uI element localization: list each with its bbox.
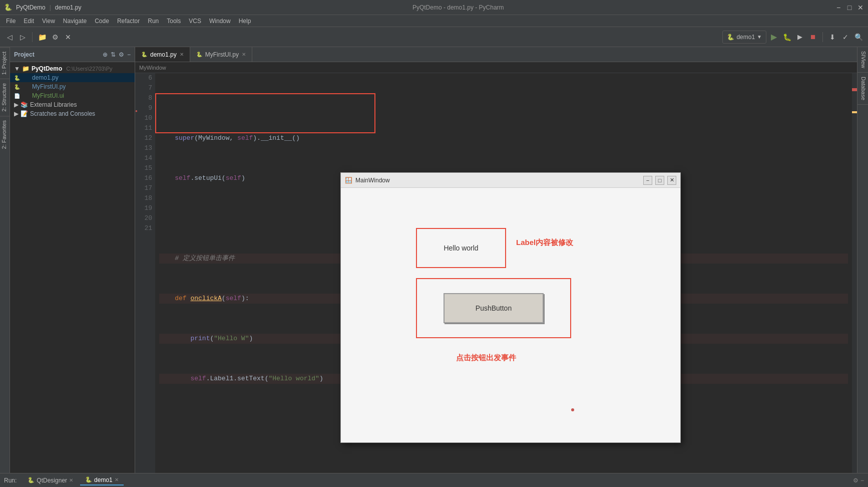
main-container: 1: Project 2: Structure 2: Favorites Pro…: [0, 47, 868, 473]
menu-run[interactable]: Run: [144, 17, 163, 26]
tab-demo1-close[interactable]: ✕: [180, 52, 184, 57]
py-file-icon: 🐍: [14, 75, 20, 81]
editor-scrollbar[interactable]: [852, 73, 857, 473]
tree-external-libs[interactable]: ▶ 📚 External Libraries: [10, 100, 135, 109]
toolbar-sep2: [822, 32, 823, 42]
debug-button[interactable]: 🐛: [781, 32, 792, 43]
left-vertical-tabs: 1: Project 2: Structure 2: Favorites: [0, 47, 10, 473]
menu-edit[interactable]: Edit: [20, 17, 38, 26]
menu-view[interactable]: View: [38, 17, 59, 26]
warning-marker: [852, 111, 857, 113]
menu-window[interactable]: Window: [205, 17, 235, 26]
tab-demo1-label: demo1.py: [150, 51, 177, 58]
label-annotation: Label内容被修改: [516, 238, 573, 248]
search-everywhere-icon[interactable]: 🔍: [853, 32, 864, 43]
title-center: PyQtDemo - demo1.py - PyCharm: [82, 4, 835, 11]
editor-breadcrumb: MyWindow: [135, 62, 857, 73]
tree-myfirstui-ui[interactable]: 📄 MyFirstUI.ui: [10, 91, 135, 100]
menu-navigate[interactable]: Navigate: [59, 17, 91, 26]
push-button[interactable]: PushButton: [444, 293, 544, 323]
tab-myfirstui-label: MyFirstUI.py: [205, 51, 239, 58]
run-settings-icon[interactable]: ⚙: [853, 477, 858, 484]
hide-icon[interactable]: −: [127, 51, 131, 58]
bottom-area: Run: 🐍 QtDesigner ✕ 🐍 demo1 ✕ ⚙ − ▶ ■ ↺ …: [0, 473, 868, 487]
ext-libs-icon: 📚: [21, 101, 28, 108]
menu-refactor[interactable]: Refactor: [113, 17, 144, 26]
favorites-tab[interactable]: 2: Favorites: [0, 116, 10, 153]
minimize-button[interactable]: −: [835, 4, 842, 11]
run-config-label: demo1: [736, 34, 755, 41]
toolbar: ◁ ▷ 📁 ⚙ ✕ 🐍 demo1 ▼ ▶ 🐛 ▶ ⏹ ⬇ ✓ 🔍: [0, 27, 868, 47]
tab-py-icon: 🐍: [141, 52, 147, 57]
tab-myfirstui-py[interactable]: 🐍 MyFirstUI.py ✕: [190, 47, 252, 62]
tree-ext-libs-label: External Libraries: [30, 101, 77, 108]
run-config-dropdown-icon[interactable]: ▼: [757, 34, 762, 40]
title-bar: 🐍 PyQtDemo | demo1.py PyQtDemo - demo1.p…: [0, 0, 868, 15]
right-tab-database[interactable]: Database: [857, 73, 868, 105]
vcs-update-icon[interactable]: ⬇: [827, 32, 838, 43]
float-titlebar: 🪟 MainWindow − □ ✕: [341, 173, 680, 188]
toolbar-sep1: [32, 32, 33, 42]
run-tab-demo1[interactable]: 🐍 demo1 ✕: [80, 475, 124, 485]
scratches-icon: 📝: [21, 110, 28, 117]
run-label: Run:: [4, 477, 17, 484]
hello-world-text: Hello world: [444, 244, 478, 252]
toolbar-close-icon[interactable]: ✕: [63, 32, 74, 43]
red-dot: [571, 408, 574, 411]
float-window-icon: 🪟: [345, 177, 352, 184]
project-tab[interactable]: 1: Project: [0, 47, 10, 79]
push-button-label: PushButton: [476, 304, 512, 312]
demo1-tab-icon: 🐍: [85, 476, 92, 483]
hello-world-label: Hello world: [416, 228, 506, 268]
tree-myfirstui-ui-label: MyFirstUI.ui: [32, 92, 64, 99]
menu-file[interactable]: File: [2, 17, 20, 26]
toolbar-back-icon[interactable]: ◁: [4, 32, 15, 43]
tree-demo1-py[interactable]: 🐍 demo1.py: [10, 73, 135, 82]
menu-tools[interactable]: Tools: [163, 17, 185, 26]
tree-scratches[interactable]: ▶ 📝 Scratches and Consoles: [10, 109, 135, 118]
menu-vcs[interactable]: VCS: [185, 17, 205, 26]
float-maximize-button[interactable]: □: [655, 176, 664, 185]
sidebar: Project ⊕ ⇅ ⚙ − ▼ 📁 PyQtDemo C:\Users\22…: [10, 47, 135, 473]
float-minimize-button[interactable]: −: [643, 176, 652, 185]
tree-myfirstui-py-label: MyFirstUI.py: [32, 83, 66, 90]
vcs-commit-icon[interactable]: ✓: [840, 32, 851, 43]
qtdesigner-label: QtDesigner: [37, 477, 67, 484]
qtdesigner-close[interactable]: ✕: [69, 477, 73, 483]
file-name: demo1.py: [55, 4, 82, 11]
run-tabs: Run: 🐍 QtDesigner ✕ 🐍 demo1 ✕ ⚙ −: [0, 473, 868, 487]
float-close-button[interactable]: ✕: [667, 176, 676, 185]
app-name: PyQtDemo: [16, 4, 46, 11]
menu-code[interactable]: Code: [91, 17, 113, 26]
code-line-14: [159, 454, 848, 464]
run-button[interactable]: ▶: [768, 32, 779, 43]
editor-tabs: 🐍 demo1.py ✕ 🐍 MyFirstUI.py ✕: [135, 47, 857, 62]
close-button[interactable]: ✕: [857, 4, 864, 11]
qtdesigner-icon: 🐍: [28, 477, 35, 483]
tree-root[interactable]: ▼ 📁 PyQtDemo C:\Users\22703\Py: [10, 64, 135, 73]
run-config-icon: 🐍: [727, 34, 734, 41]
stop-button[interactable]: ⏹: [807, 32, 818, 43]
sync-icon[interactable]: ⇅: [111, 51, 116, 58]
run-config[interactable]: 🐍 demo1 ▼: [722, 31, 766, 44]
add-icon[interactable]: ⊕: [103, 51, 108, 58]
toolbar-forward-icon[interactable]: ▷: [17, 32, 28, 43]
project-tree: ▼ 📁 PyQtDemo C:\Users\22703\Py 🐍 demo1.p…: [10, 62, 135, 473]
toolbar-settings-icon[interactable]: ⚙: [50, 32, 61, 43]
tree-myfirstui-py[interactable]: 🐍 MyFirstUI.py: [10, 82, 135, 91]
run-coverage-button[interactable]: ▶: [794, 32, 805, 43]
run-tab-actions: ⚙ −: [853, 477, 864, 484]
structure-tab[interactable]: 2: Structure: [0, 79, 10, 116]
run-tab-qtdesigner[interactable]: 🐍 QtDesigner ✕: [23, 476, 78, 485]
maximize-button[interactable]: □: [846, 4, 853, 11]
demo1-tab-close[interactable]: ✕: [115, 477, 119, 482]
settings-icon[interactable]: ⚙: [119, 51, 124, 58]
demo1-tab-label: demo1: [94, 476, 113, 483]
tab-demo1-py[interactable]: 🐍 demo1.py ✕: [135, 47, 190, 62]
menu-help[interactable]: Help: [235, 17, 255, 26]
right-tab-siview[interactable]: SIView: [857, 47, 868, 73]
toolbar-open-icon[interactable]: 📁: [37, 32, 48, 43]
title-left: 🐍 PyQtDemo | demo1.py: [4, 4, 82, 11]
tab-myfirstui-close[interactable]: ✕: [242, 52, 246, 57]
run-close-icon[interactable]: −: [860, 477, 864, 484]
